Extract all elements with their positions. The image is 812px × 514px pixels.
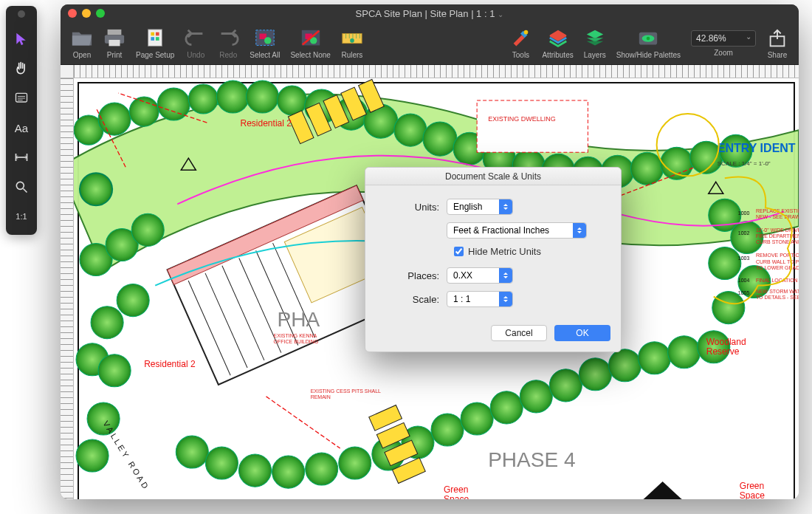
scale-select[interactable]: 1 : 1 [447,291,513,307]
app-window: SPCA Site Plan | Site Plan | 1 : 1⌄ Open… [61,4,799,499]
svg-text:GreenSpace: GreenSpace [740,481,765,499]
svg-text:REMOVE PORTION OCURB WALL TO P: REMOVE PORTION OCURB WALL TO PROTO LOWER… [756,253,799,270]
svg-text:NEW STORM WATERTO DETAILS - SE: NEW STORM WATERTO DETAILS - SEE ON [756,289,799,300]
svg-point-40 [98,103,131,135]
svg-point-87 [668,336,701,369]
tools-icon [509,28,531,49]
svg-point-72 [205,447,238,479]
svg-line-8 [24,189,27,193]
eye-icon [637,28,659,49]
select-none-button[interactable]: Select None [286,28,334,59]
svg-text:SCALE : 1/4" = 1'-0": SCALE : 1/4" = 1'-0" [718,160,771,167]
open-button[interactable]: Open [66,28,97,59]
selection-tool[interactable] [12,30,31,49]
ruler-vertical[interactable] [61,78,74,499]
ruler-corner [61,65,74,78]
select-none-icon [300,28,322,49]
titlebar: SPCA Site Plan | Site Plan | 1 : 1⌄ [61,4,799,22]
svg-point-43 [188,84,218,114]
pan-tool[interactable] [12,59,31,78]
layers-button[interactable]: Layers [579,28,610,59]
text-tool[interactable]: Aa [12,118,31,137]
undo-button[interactable]: Undo [180,28,211,59]
svg-point-19 [264,38,271,44]
svg-rect-13 [151,32,155,36]
svg-rect-9 [108,30,122,35]
ruler-horizontal[interactable] [74,65,799,78]
folder-open-icon [71,28,93,49]
svg-point-76 [339,447,371,479]
note-tool-icon[interactable] [12,89,31,108]
svg-point-31 [524,30,529,35]
svg-text:1003: 1003 [738,256,750,261]
svg-point-30 [350,38,354,43]
page-setup-button[interactable]: Page Setup [131,28,179,59]
svg-text:1002: 1002 [738,230,750,236]
svg-point-65 [117,284,149,317]
share-button[interactable]: Share [762,28,793,59]
svg-point-45 [246,80,278,113]
units-select[interactable]: English [447,199,513,215]
svg-text:1004: 1004 [738,278,750,283]
select-arrows-icon [499,199,512,214]
svg-rect-11 [109,40,120,46]
redo-icon [217,28,239,49]
svg-point-84 [579,358,611,391]
places-select[interactable]: 0.XX [447,267,513,284]
svg-text:Residential  2: Residential 2 [144,359,196,369]
redo-button[interactable]: Redo [213,28,244,59]
toolbar: Open Print Page Setup Undo Redo Select A… [61,22,799,65]
tool-palette: Aa 1:1 [6,6,37,235]
cancel-button[interactable]: Cancel [491,325,547,341]
svg-point-71 [176,436,208,468]
svg-point-68 [98,354,131,387]
svg-point-38 [80,173,112,205]
svg-point-41 [129,97,159,126]
hide-metric-checkbox[interactable] [454,247,464,256]
palette-close-dot[interactable] [18,10,25,18]
select-arrows-icon [499,292,512,306]
svg-point-82 [520,380,552,413]
attributes-icon [547,28,569,49]
tools-button[interactable]: Tools [505,28,536,59]
svg-text:REPLACE EXISTING RNEW - SEE DR: REPLACE EXISTING RNEW - SEE DRAWING [756,208,799,219]
svg-rect-12 [148,30,162,47]
print-button[interactable]: Print [99,28,130,59]
zoom-control: Zoom [687,30,760,57]
zoom-field[interactable] [691,30,756,47]
svg-point-51 [423,122,457,156]
svg-text:FINAL LOCATION SHA: FINAL LOCATION SHA [756,278,799,283]
svg-point-74 [272,456,305,488]
units-label: Units: [380,202,447,213]
layers-icon [584,28,606,49]
magnify-tool-icon[interactable] [12,177,31,196]
select-all-button[interactable]: Select All [245,28,284,59]
svg-rect-14 [156,32,159,36]
svg-rect-15 [151,38,155,41]
svg-point-66 [91,306,123,339]
ok-button[interactable]: OK [554,325,610,341]
page-setup-icon [144,28,166,49]
printer-icon [103,28,125,49]
attributes-button[interactable]: Attributes [537,28,577,59]
show-hide-palettes-button[interactable]: Show/Hide Palettes [612,28,685,59]
svg-rect-16 [156,38,159,41]
dimension-tool-icon[interactable] [12,148,31,167]
places-label: Places: [380,270,447,281]
one-to-one-tool[interactable]: 1:1 [12,207,31,226]
title-chevron-icon: ⌄ [498,10,503,18]
scale-label: Scale: [380,294,447,305]
scale-units-dialog: Document Scale & Units Units: English Fe… [365,167,622,352]
svg-text:PHASE 4: PHASE 4 [488,448,575,471]
hide-metric-label: Hide Metric Units [468,246,541,257]
dialog-title: Document Scale & Units [365,168,621,185]
svg-point-75 [306,453,338,485]
svg-point-85 [608,349,641,382]
svg-text:Residential   2: Residential 2 [240,118,292,128]
rulers-icon [341,28,363,49]
rulers-button[interactable]: Rulers [337,28,368,59]
window-title[interactable]: SPCA Site Plan | Site Plan | 1 : 1⌄ [61,8,799,19]
svg-point-46 [278,86,307,115]
unit-format-select[interactable]: Feet & Fractional Inches [447,222,587,239]
svg-point-59 [661,147,693,179]
